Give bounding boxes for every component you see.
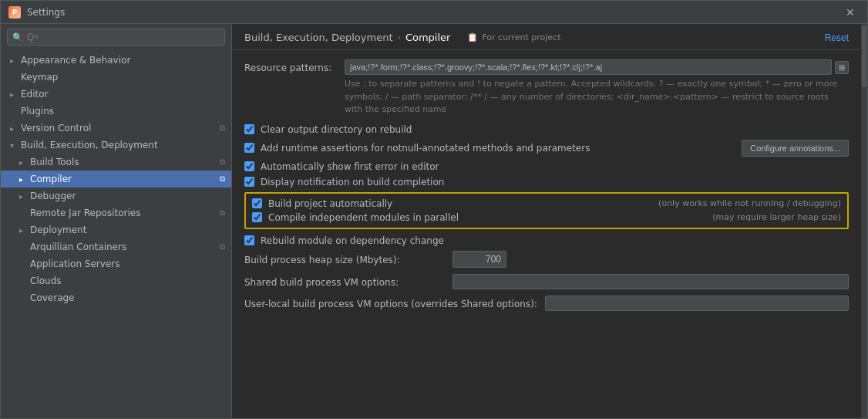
sidebar-item-label: Compiler [30, 174, 217, 184]
sidebar: 🔍 ▸ Appearance & Behavior Keymap ▸ Edito… [1, 24, 232, 418]
search-icon: 🔍 [12, 32, 23, 42]
resource-input-container: ⊞ [345, 59, 849, 75]
sidebar-item-label: Editor [21, 89, 225, 100]
sidebar-item-compiler[interactable]: ▸ Compiler ⧉ [1, 171, 231, 188]
main-content: Build, Execution, Deployment › Compiler … [232, 24, 861, 418]
copy-icon: ⧉ [220, 174, 225, 184]
sidebar-item-app-servers[interactable]: Application Servers [1, 255, 231, 272]
sidebar-item-build-exec[interactable]: ▾ Build, Execution, Deployment [1, 137, 231, 154]
window-title: Settings [27, 7, 65, 18]
titlebar: P Settings ✕ [1, 1, 867, 24]
nav-tree: ▸ Appearance & Behavior Keymap ▸ Editor … [1, 50, 231, 418]
sidebar-item-label: Debugger [30, 191, 225, 201]
copy-icon: ⧉ [220, 242, 225, 252]
breadcrumb-parent: Build, Execution, Deployment [244, 32, 392, 43]
hint-text: Use ; to separate patterns and ! to nega… [345, 78, 849, 117]
display-notification-checkbox[interactable] [244, 177, 254, 187]
main-header: Build, Execution, Deployment › Compiler … [232, 24, 861, 50]
search-input[interactable] [27, 32, 220, 42]
arrow-icon: ▸ [10, 124, 18, 133]
content-area: 🔍 ▸ Appearance & Behavior Keymap ▸ Edito… [1, 24, 867, 418]
project-label-text: For current project [482, 32, 560, 42]
sidebar-item-label: Arquillian Containers [30, 242, 217, 252]
add-runtime-label: Add runtime assertions for notnull-annot… [261, 143, 590, 154]
compile-parallel-note: (may require larger heap size) [712, 212, 841, 222]
clear-output-checkbox[interactable] [244, 124, 254, 134]
add-runtime-checkbox[interactable] [244, 143, 254, 153]
clear-output-label: Clear output directory on rebuild [261, 124, 412, 135]
sidebar-item-label: Build, Execution, Deployment [21, 140, 225, 150]
sidebar-item-label: Clouds [30, 275, 225, 286]
sidebar-item-editor[interactable]: ▸ Editor [1, 86, 231, 103]
build-auto-checkbox[interactable] [252, 198, 262, 208]
project-label: 📋 For current project [467, 32, 560, 42]
scrollbar-thumb [862, 25, 866, 87]
compile-parallel-row: Compile independent modules in parallel … [252, 212, 841, 223]
auto-show-error-checkbox[interactable] [244, 161, 254, 171]
highlighted-section: Build project automatically (only works … [244, 192, 849, 229]
sidebar-item-clouds[interactable]: Clouds [1, 272, 231, 289]
compile-parallel-label: Compile independent modules in parallel [268, 212, 459, 223]
right-scrollbar[interactable] [861, 24, 867, 418]
sidebar-item-label: Version Control [21, 123, 217, 133]
sidebar-item-label: Remote Jar Repositories [30, 208, 217, 218]
rebuild-module-checkbox[interactable] [244, 235, 254, 245]
build-auto-note: (only works while not running / debuggin… [658, 198, 841, 208]
sidebar-item-remote-jar[interactable]: Remote Jar Repositories ⧉ [1, 204, 231, 221]
close-button[interactable]: ✕ [841, 5, 860, 20]
sidebar-item-build-tools[interactable]: ▸ Build Tools ⧉ [1, 154, 231, 171]
resource-patterns-label: Resource patterns: [244, 59, 337, 73]
auto-show-error-label: Automatically show first error in editor [261, 161, 439, 172]
arrow-icon: ▸ [19, 158, 27, 167]
sidebar-item-arquillian[interactable]: Arquillian Containers ⧉ [1, 238, 231, 255]
resource-patterns-row: Resource patterns: ⊞ [244, 59, 849, 75]
heap-size-label: Build process heap size (Mbytes): [244, 253, 445, 265]
display-notification-row: Display notification on build completion [244, 177, 849, 188]
sidebar-item-coverage[interactable]: Coverage [1, 289, 231, 306]
copy-icon: ⧉ [220, 123, 225, 133]
arrow-icon: ▸ [19, 192, 27, 201]
sidebar-item-label: Build Tools [30, 157, 217, 167]
settings-window: P Settings ✕ 🔍 ▸ Appearance & Behavior K… [0, 0, 868, 419]
sidebar-item-keymap[interactable]: Keymap [1, 69, 231, 86]
auto-show-error-row: Automatically show first error in editor [244, 161, 849, 172]
arrow-icon: ▸ [10, 56, 18, 65]
heap-size-input[interactable] [453, 251, 506, 268]
sidebar-item-version-control[interactable]: ▸ Version Control ⧉ [1, 120, 231, 137]
arrow-icon: ▸ [10, 90, 18, 99]
clear-output-row: Clear output directory on rebuild [244, 124, 849, 135]
sidebar-item-plugins[interactable]: Plugins [1, 103, 231, 120]
sidebar-item-label: Keymap [21, 72, 225, 83]
expand-button[interactable]: ⊞ [835, 61, 849, 74]
settings-body: Resource patterns: ⊞ Use ; to separate p… [232, 50, 861, 418]
titlebar-left: P Settings [8, 6, 65, 19]
arrow-icon: ▸ [19, 226, 27, 235]
arrow-icon: ▸ [19, 175, 27, 184]
search-box: 🔍 [7, 29, 225, 46]
arrow-icon: ▾ [10, 141, 18, 150]
sidebar-item-appearance[interactable]: ▸ Appearance & Behavior [1, 52, 231, 69]
shared-vm-input[interactable] [453, 274, 849, 289]
shared-vm-row: Shared build process VM options: [244, 274, 849, 289]
copy-icon: ⧉ [220, 208, 225, 218]
sidebar-item-label: Plugins [21, 106, 225, 117]
copy-icon: ⧉ [220, 157, 225, 167]
rebuild-module-row: Rebuild module on dependency change [244, 235, 849, 246]
app-icon: P [8, 6, 21, 19]
build-auto-row: Build project automatically (only works … [252, 198, 841, 209]
runtime-assertions-row: Add runtime assertions for notnull-annot… [244, 140, 849, 157]
heap-size-row: Build process heap size (Mbytes): [244, 251, 849, 268]
shared-vm-label: Shared build process VM options: [244, 275, 445, 288]
rebuild-module-label: Rebuild module on dependency change [261, 235, 444, 246]
sidebar-item-deployment[interactable]: ▸ Deployment [1, 221, 231, 238]
reset-button[interactable]: Reset [825, 32, 849, 43]
sidebar-item-label: Appearance & Behavior [21, 55, 225, 66]
compile-parallel-checkbox[interactable] [252, 212, 262, 222]
configure-annotations-button[interactable]: Configure annotations... [742, 140, 849, 157]
sidebar-item-label: Application Servers [30, 258, 225, 269]
user-local-vm-input[interactable] [545, 296, 849, 311]
resource-patterns-input[interactable] [345, 59, 832, 75]
breadcrumb-current: Compiler [405, 32, 451, 43]
main-wrapper: Build, Execution, Deployment › Compiler … [232, 24, 867, 418]
sidebar-item-debugger[interactable]: ▸ Debugger [1, 188, 231, 204]
